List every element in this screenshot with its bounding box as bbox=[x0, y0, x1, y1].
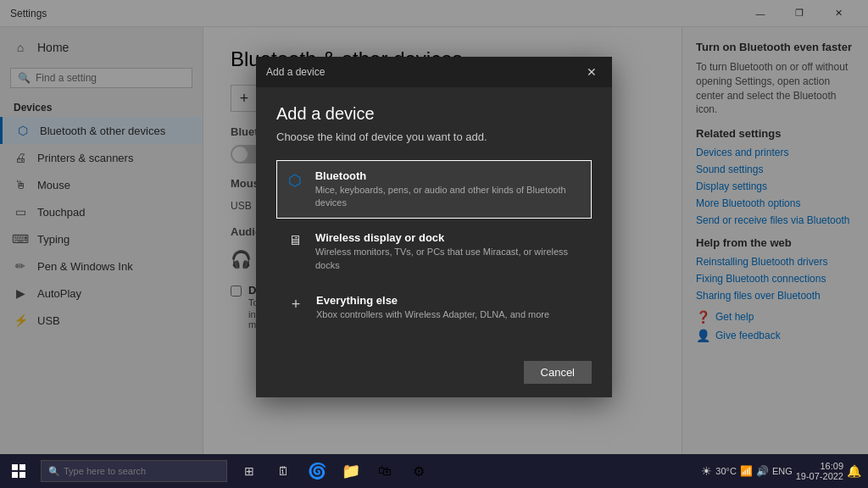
wireless-display-content: Wireless display or dock Wireless monito… bbox=[315, 231, 581, 272]
taskbar-search-box[interactable]: 🔍 bbox=[41, 460, 227, 482]
svg-rect-3 bbox=[19, 472, 25, 478]
modal-footer: Cancel bbox=[256, 351, 612, 397]
everything-else-content: Everything else Xbox controllers with Wi… bbox=[316, 294, 549, 321]
taskbar-clock[interactable]: 16:09 19-07-2022 bbox=[796, 461, 843, 481]
modal-body: Add a device Choose the kind of device y… bbox=[256, 87, 612, 352]
wireless-display-icon: 🖥 bbox=[287, 233, 303, 248]
wireless-display-desc: Wireless monitors, TVs, or PCs that use … bbox=[315, 246, 581, 272]
everything-else-icon: + bbox=[287, 296, 304, 313]
notification-icon[interactable]: 🔔 bbox=[847, 464, 861, 478]
settings-icon: ⚙ bbox=[413, 463, 425, 480]
taskbar-edge[interactable]: 🌀 bbox=[302, 454, 332, 488]
everything-else-title: Everything else bbox=[316, 294, 549, 307]
explorer-icon: 📁 bbox=[342, 462, 360, 480]
wireless-display-title: Wireless display or dock bbox=[315, 231, 581, 244]
task-view-icon: ⊞ bbox=[244, 464, 254, 478]
start-button[interactable] bbox=[0, 454, 37, 488]
temperature: 30°C bbox=[715, 466, 737, 476]
device-option-wireless-display[interactable]: 🖥 Wireless display or dock Wireless moni… bbox=[276, 222, 592, 281]
weather-icon: ☀ bbox=[701, 464, 712, 478]
bluetooth-option-icon: ⬡ bbox=[287, 171, 303, 190]
store-icon: 🛍 bbox=[378, 463, 392, 479]
modal-titlebar: Add a device ✕ bbox=[256, 57, 612, 87]
widgets-icon: 🗓 bbox=[277, 464, 289, 478]
taskbar-widgets[interactable]: 🗓 bbox=[268, 454, 298, 488]
taskbar-app-icons: ⊞ 🗓 🌀 📁 🛍 ⚙ bbox=[234, 454, 434, 488]
svg-rect-1 bbox=[19, 464, 25, 470]
taskbar-search-input[interactable] bbox=[64, 466, 199, 476]
taskbar-settings[interactable]: ⚙ bbox=[403, 454, 434, 488]
bluetooth-option-content: Bluetooth Mice, keyboards, pens, or audi… bbox=[315, 169, 581, 210]
cancel-button[interactable]: Cancel bbox=[524, 361, 592, 384]
edge-icon: 🌀 bbox=[308, 462, 326, 480]
network-icon: 📶 bbox=[740, 465, 753, 477]
svg-rect-0 bbox=[12, 464, 18, 470]
bluetooth-option-desc: Mice, keyboards, pens, or audio and othe… bbox=[315, 184, 581, 210]
modal-overlay: Add a device ✕ Add a device Choose the k… bbox=[0, 0, 868, 454]
device-option-bluetooth[interactable]: ⬡ Bluetooth Mice, keyboards, pens, or au… bbox=[276, 160, 592, 219]
modal-title: Add a device bbox=[276, 104, 592, 124]
taskbar: 🔍 ⊞ 🗓 🌀 📁 🛍 ⚙ ☀ 30°C 📶 🔊 ENG 16:09 19-07… bbox=[0, 454, 868, 488]
modal-close-button[interactable]: ✕ bbox=[581, 64, 602, 80]
clock-date: 19-07-2022 bbox=[796, 471, 843, 481]
taskbar-store[interactable]: 🛍 bbox=[370, 454, 400, 488]
svg-rect-2 bbox=[12, 472, 18, 478]
modal-titlebar-text: Add a device bbox=[266, 66, 325, 78]
language: ENG bbox=[772, 466, 793, 476]
device-option-everything-else[interactable]: + Everything else Xbox controllers with … bbox=[276, 285, 592, 330]
clock-time: 16:09 bbox=[820, 461, 843, 471]
add-device-modal: Add a device ✕ Add a device Choose the k… bbox=[256, 57, 612, 398]
everything-else-desc: Xbox controllers with Wireless Adapter, … bbox=[316, 308, 549, 321]
taskbar-search-icon: 🔍 bbox=[48, 466, 60, 477]
volume-icon: 🔊 bbox=[756, 465, 769, 477]
bluetooth-option-title: Bluetooth bbox=[315, 169, 581, 182]
taskbar-task-view[interactable]: ⊞ bbox=[234, 454, 264, 488]
modal-subtitle: Choose the kind of device you want to ad… bbox=[276, 130, 592, 143]
taskbar-right-area: ☀ 30°C 📶 🔊 ENG 16:09 19-07-2022 🔔 bbox=[701, 461, 868, 481]
taskbar-explorer[interactable]: 📁 bbox=[336, 454, 366, 488]
